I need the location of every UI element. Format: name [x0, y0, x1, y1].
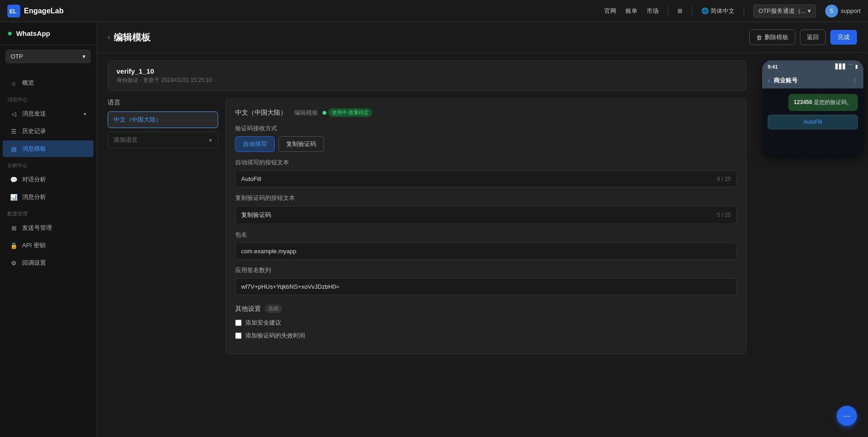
otp-channel-selector[interactable]: OTP服务通道（... ▾: [753, 5, 816, 17]
sidebar-section-config-label: 配置管理: [0, 206, 96, 219]
language-selector[interactable]: 🌐 简体中文: [701, 7, 735, 15]
globe-icon: 🌐: [701, 7, 709, 14]
conversation-icon: 💬: [10, 176, 17, 183]
page-body: verify_1_10 身份验证 · 更新于 2024/01/31 15:25:…: [97, 53, 868, 437]
phone-status-icons: ▋▋▋ ⌒ ▮: [835, 63, 858, 70]
security-advice-row: 添加安全建议: [235, 319, 737, 327]
autofill-btn-input[interactable]: AutoFill 8 / 25: [235, 170, 737, 187]
sidebar-item-sender[interactable]: ⊞ 发送号管理: [3, 220, 93, 236]
autofill-method-button[interactable]: 自动填写: [235, 136, 275, 152]
sidebar-brand: ● WhatsApp: [0, 22, 96, 45]
home-icon: ⌂: [10, 80, 17, 87]
sidebar-section-overview: [0, 68, 96, 74]
copy-method-button[interactable]: 复制验证码: [278, 136, 324, 152]
sidebar-item-overview[interactable]: ⌂ 概览: [3, 75, 93, 91]
lang-label: 简体中文: [711, 7, 735, 15]
sidebar-item-history[interactable]: ☰ 历史记录: [3, 123, 93, 140]
method-label: 验证码接收方式: [235, 124, 737, 133]
sidebar-item-api[interactable]: 🔒 API 密钥: [3, 237, 93, 254]
chevron-down-icon: ▾: [808, 7, 811, 14]
complete-button[interactable]: 完成: [830, 30, 857, 45]
otp-method-row: 自动填写 复制验证码: [235, 136, 737, 152]
back-arrow-icon[interactable]: ‹: [108, 33, 110, 41]
template-info-card: verify_1_10 身份验证 · 更新于 2024/01/31 15:25:…: [108, 60, 746, 91]
logo-text: EngageLab: [24, 7, 64, 15]
other-settings-header: 其他设置 选填: [235, 304, 737, 313]
whatsapp-icon: ●: [7, 29, 12, 38]
phone-message-text: 是您的验证码。: [814, 99, 852, 105]
lock-icon: 🔒: [10, 242, 17, 249]
lang-china-button[interactable]: 中文（中国大陆）: [108, 111, 218, 128]
chevron-down-icon: ▾: [209, 137, 212, 144]
sidebar-item-send-label: 消息发送: [22, 110, 46, 118]
phone-autofill-button[interactable]: AutoFill: [768, 115, 858, 129]
main-content: ‹ 编辑模板 🗑 删除模板 返回 完成 verify_1_10 身份验证 · 更…: [97, 22, 868, 437]
otp-channel-label: OTP服务通道（...: [758, 7, 806, 15]
copy-btn-input[interactable]: 复制验证码 5 / 25: [235, 206, 737, 224]
nav-divider2: [692, 6, 692, 16]
optional-badge: 选填: [265, 304, 282, 313]
phone-time: 9:41: [768, 64, 778, 70]
nav-divider: [668, 6, 668, 16]
sidebar-item-send[interactable]: ◁ 消息发送 ▾: [3, 105, 93, 122]
edit-template-label: 编辑模板: [294, 109, 318, 117]
other-settings-title: 其他设置: [235, 305, 261, 313]
template-icon: ▤: [10, 146, 17, 152]
delete-icon: 🗑: [756, 34, 762, 41]
expiry-time-checkbox[interactable]: [235, 332, 242, 339]
template-name: verify_1_10: [116, 67, 738, 75]
avatar: S: [825, 5, 838, 17]
user-menu[interactable]: S support: [825, 5, 861, 17]
send-icon: ◁: [10, 111, 17, 117]
sidebar-item-callback[interactable]: ⚙ 回调设置: [3, 255, 93, 271]
nav-divider3: [744, 6, 744, 16]
phone-chat-title: 商业账号: [774, 76, 848, 85]
username: support: [841, 7, 861, 14]
security-advice-label[interactable]: 添加安全建议: [245, 319, 281, 327]
delete-template-button[interactable]: 🗑 删除模板: [749, 29, 795, 45]
logo-area: EL EngageLab: [7, 5, 64, 17]
sidebar-item-message-analysis-label: 消息分析: [22, 193, 46, 201]
sidebar-item-template[interactable]: ▤ 消息模板: [3, 140, 93, 157]
nav-link-market[interactable]: 市场: [647, 7, 659, 15]
expiry-time-row: 添加验证码的失效时间: [235, 332, 737, 340]
security-advice-checkbox[interactable]: [235, 320, 242, 326]
package-label: 包名: [235, 231, 737, 239]
expiry-time-label[interactable]: 添加验证码的失效时间: [245, 332, 305, 340]
nav-link-billing[interactable]: 账单: [625, 7, 637, 15]
signature-input[interactable]: wf7V+pHUs+YqkbNS+xoVvJDzbH0=: [235, 278, 737, 295]
layout-icon[interactable]: ⊞: [677, 7, 683, 14]
phone-preview-panel: 9:41 ▋▋▋ ⌒ ▮ ‹ 商业账号 ⋮ 123: [758, 53, 868, 437]
template-meta: 身份验证 · 更新于 2024/01/31 15:25:10: [116, 76, 738, 84]
copy-btn-label: 复制验证码的按钮文本: [235, 194, 737, 202]
sidebar-item-sender-label: 发送号管理: [22, 224, 52, 232]
phone-message-code: 123456: [794, 99, 812, 105]
page-header-left: ‹ 编辑模板: [108, 31, 150, 44]
package-input[interactable]: com.example.myapp: [235, 243, 737, 260]
phone-frame: 9:41 ▋▋▋ ⌒ ▮ ‹ 商业账号 ⋮ 123: [762, 60, 863, 157]
sidebar-item-conversation[interactable]: 💬 对话分析: [3, 171, 93, 188]
add-language-dropdown[interactable]: 添加语言 ▾: [108, 132, 218, 148]
phone-back-icon: ‹: [768, 76, 770, 85]
nav-link-official[interactable]: 官网: [604, 7, 616, 15]
floating-chat-button[interactable]: ···: [837, 406, 857, 426]
svg-text:EL: EL: [9, 8, 17, 15]
sidebar: ● WhatsApp OTP ▾ ⌂ 概览 消息中心 ◁ 消息发送 ▾ ☰ 历史…: [0, 22, 97, 437]
signature-label: 应用签名数列: [235, 266, 737, 274]
phone-message-bubble: 123456 是您的验证码。: [788, 94, 858, 111]
analysis-icon: 📊: [10, 194, 17, 201]
language-right-panel: 中文（中国大陆） 编辑模板 使用中·质量待定 验证码接收方式 自动填写: [226, 99, 746, 354]
sidebar-item-overview-label: 概览: [22, 79, 34, 87]
chevron-down-icon: ▾: [82, 53, 86, 60]
sidebar-section-analytics-label: 分析中心: [0, 157, 96, 171]
back-button[interactable]: 返回: [800, 29, 826, 45]
otp-select-dropdown[interactable]: OTP ▾: [6, 50, 91, 63]
status-badge: 使用中·质量待定: [328, 108, 372, 117]
sidebar-section-message-center-label: 消息中心: [0, 92, 96, 105]
battery-icon: ▮: [855, 64, 858, 70]
sidebar-item-message-analysis[interactable]: 📊 消息分析: [3, 189, 93, 205]
language-section-title: 语言: [108, 99, 218, 107]
phone-menu-icon: ⋮: [851, 77, 858, 84]
edit-area: verify_1_10 身份验证 · 更新于 2024/01/31 15:25:…: [97, 53, 758, 437]
sidebar-brand-text: WhatsApp: [16, 29, 50, 37]
